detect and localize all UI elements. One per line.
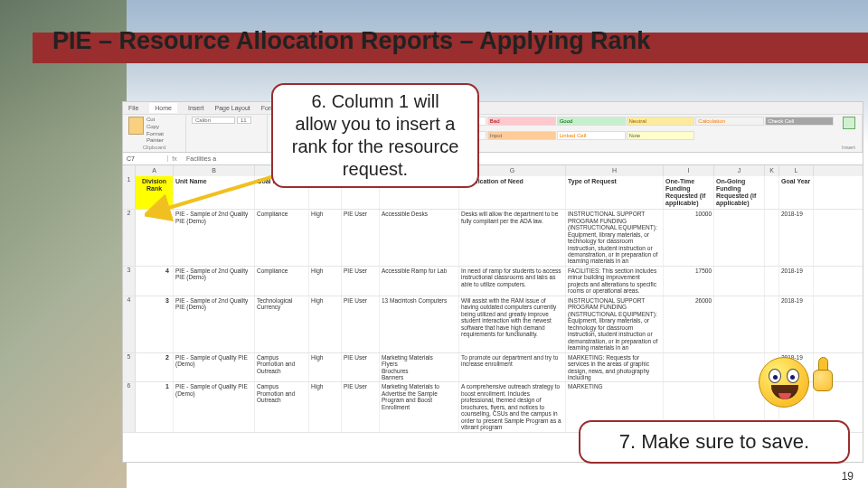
type-cell[interactable]: INSTRUCTIONAL SUPPORT PROGRAM FUNDING (I… xyxy=(566,296,664,352)
onetime-cell[interactable] xyxy=(664,353,714,382)
style-cell-calculation[interactable]: Calculation xyxy=(695,117,764,126)
onetime-cell[interactable]: 26000 xyxy=(664,296,714,352)
priority-cell[interactable]: High xyxy=(309,210,342,266)
goal-cell[interactable]: Compliance xyxy=(255,267,309,296)
priority-cell[interactable]: High xyxy=(309,296,342,352)
excel-window: File Home Insert Page Layout Formulas Cu… xyxy=(122,101,863,463)
cut-button[interactable]: Cut xyxy=(146,117,180,124)
owner-cell[interactable]: PIE User xyxy=(342,267,380,296)
col-header-i[interactable]: I xyxy=(664,165,714,176)
tab-home[interactable]: Home xyxy=(149,103,177,113)
styles-group-label: Styles xyxy=(418,144,834,150)
row-number[interactable]: 4 xyxy=(123,296,136,352)
owner-cell[interactable]: PIE User xyxy=(342,382,380,431)
smiley-face-icon xyxy=(759,357,809,408)
name-box[interactable]: C7 xyxy=(123,155,168,162)
justif-cell[interactable]: In need of ramp for students to access i… xyxy=(459,267,566,296)
ongoing-cell[interactable] xyxy=(714,296,765,352)
priority-cell[interactable]: High xyxy=(309,353,342,382)
callout-step-7: 7. Make sure to save. xyxy=(579,420,850,464)
col-header-j[interactable]: J xyxy=(714,165,765,176)
goal-cell[interactable]: Campus Promotion and Outreach xyxy=(255,382,309,431)
k-cell[interactable] xyxy=(765,210,779,266)
year-cell[interactable]: 2018-19 xyxy=(779,210,814,266)
k-cell[interactable] xyxy=(765,267,779,296)
ongoing-cell[interactable] xyxy=(714,210,765,266)
fx-icon[interactable]: fx xyxy=(168,155,181,162)
ribbon-group-cells: Insert xyxy=(835,115,863,152)
style-cell-note[interactable]: Note xyxy=(627,131,695,140)
table-row: 52PIE - Sample of Quality PIE (Demo)Camp… xyxy=(123,353,863,383)
format-painter-button[interactable]: Format Painter xyxy=(146,131,180,145)
owner-cell[interactable]: PIE User xyxy=(342,210,380,266)
rank-cell[interactable]: 1 xyxy=(136,382,174,431)
justif-cell[interactable]: A comprehensive outreach strategy to boo… xyxy=(459,382,566,431)
goal-cell[interactable]: Technological Currency xyxy=(255,296,309,352)
priority-cell[interactable]: High xyxy=(309,267,342,296)
copy-button[interactable]: Copy xyxy=(146,124,180,131)
style-cell-input[interactable]: Input xyxy=(487,131,556,140)
row-number[interactable]: 6 xyxy=(123,382,136,431)
style-cell-bad[interactable]: Bad xyxy=(487,117,556,126)
style-cell-good[interactable]: Good xyxy=(557,117,626,126)
clipboard-group-label: Clipboard xyxy=(128,145,180,150)
col-header-l[interactable]: L xyxy=(779,165,814,176)
type-cell[interactable]: INSTRUCTIONAL SUPPORT PROGRAM FUNDING (I… xyxy=(566,210,664,266)
unit-cell[interactable]: PIE - Sample of Quality PIE (Demo) xyxy=(174,353,255,382)
paste-icon[interactable] xyxy=(128,117,144,135)
ribbon-tabs: File Home Insert Page Layout Formulas xyxy=(123,102,863,115)
unit-cell[interactable]: PIE - Sample of 2nd Quality PIE (Demo) xyxy=(174,296,255,352)
background-photo-strip xyxy=(0,0,127,488)
insert-cell-icon[interactable] xyxy=(843,117,855,129)
font-size-selector[interactable]: 11 xyxy=(237,117,251,124)
tab-pagelayout[interactable]: Page Layout xyxy=(214,105,250,111)
ongoing-header[interactable]: On-Going Funding Requested (if applicabl… xyxy=(714,176,765,209)
col-header-h[interactable]: H xyxy=(566,165,664,176)
unit-cell[interactable]: PIE - Sample of Quality PIE (Demo) xyxy=(174,382,255,431)
formula-bar-row: C7 fx Facilities a xyxy=(123,153,863,165)
owner-cell[interactable]: PIE User xyxy=(342,353,380,382)
desc-cell[interactable]: 13 Macintosh Computers xyxy=(380,296,459,352)
row-number[interactable]: 2 xyxy=(123,210,136,266)
desc-cell[interactable]: Marketing Materials Flyers Brochures Ban… xyxy=(380,353,459,382)
rank-cell[interactable]: 2 xyxy=(136,353,174,382)
insert-label: Insert xyxy=(842,145,855,150)
row-number[interactable]: 3 xyxy=(123,267,136,296)
tab-file[interactable]: File xyxy=(128,105,138,111)
type-cell[interactable]: MARKETING: Requests for services in the … xyxy=(566,353,664,382)
justif-cell[interactable]: To promote our department and try to inc… xyxy=(459,353,566,382)
table-row: 34PIE - Sample of 2nd Quality PIE (Demo)… xyxy=(123,267,863,296)
k-cell[interactable] xyxy=(765,296,779,352)
style-cell-linked-cell[interactable]: Linked Cell xyxy=(557,131,626,140)
year-cell[interactable]: 2018-19 xyxy=(779,296,814,352)
priority-cell[interactable]: High xyxy=(309,382,342,431)
unit-cell[interactable]: PIE - Sample of 2nd Quality PIE (Demo) xyxy=(174,267,255,296)
style-cell-check-cell[interactable]: Check Cell xyxy=(765,117,834,126)
owner-cell[interactable]: PIE User xyxy=(342,296,380,352)
desc-cell[interactable]: Marketing Materials to Advertise the Sam… xyxy=(380,382,459,431)
happy-thumbs-up-emoji xyxy=(759,357,836,408)
year-header[interactable]: Goal Year xyxy=(779,176,814,209)
col-header-k[interactable]: K xyxy=(765,165,779,176)
rank-cell[interactable]: 3 xyxy=(136,296,174,352)
desc-cell[interactable]: Accessible Desks xyxy=(380,210,459,266)
font-selector[interactable]: Calibri xyxy=(192,117,235,124)
justif-cell[interactable]: Will assist with the RAM issue of having… xyxy=(459,296,566,352)
justif-cell[interactable]: Desks will allow the department to be fu… xyxy=(459,210,566,266)
goal-cell[interactable]: Campus Promotion and Outreach xyxy=(255,353,309,382)
row-number[interactable]: 5 xyxy=(123,353,136,382)
type-cell[interactable]: FACILITIES: This section includes minor … xyxy=(566,267,664,296)
ongoing-cell[interactable] xyxy=(714,353,765,382)
desc-cell[interactable]: Accessible Ramp for Lab xyxy=(380,267,459,296)
onetime-header[interactable]: One-Time Funding Requested (if applicabl… xyxy=(664,176,714,209)
slide-title: PIE – Resource Allocation Reports – Appl… xyxy=(52,27,650,55)
onetime-cell[interactable]: 10000 xyxy=(664,210,714,266)
type-header[interactable]: Type of Request xyxy=(566,176,664,209)
rank-cell[interactable]: 4 xyxy=(136,267,174,296)
year-cell[interactable]: 2018-19 xyxy=(779,267,814,296)
tab-insert[interactable]: Insert xyxy=(188,105,204,111)
onetime-cell[interactable]: 17500 xyxy=(664,267,714,296)
ongoing-cell[interactable] xyxy=(714,267,765,296)
col-k-header[interactable] xyxy=(765,176,779,209)
style-cell-neutral[interactable]: Neutral xyxy=(627,117,695,126)
